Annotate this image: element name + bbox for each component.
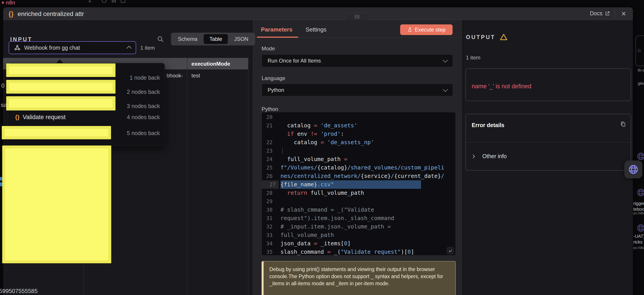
table-column-divider xyxy=(187,58,188,295)
circle-icon[interactable] xyxy=(102,0,106,3)
docs-link[interactable]: Docs xyxy=(590,10,610,17)
table-cell: test xyxy=(192,72,200,79)
gutter-line-number: 26 xyxy=(262,172,276,180)
chevron-up-icon xyxy=(126,46,132,51)
chevron-down-icon xyxy=(443,87,448,92)
code-line: catalog = 'de_assets_np' xyxy=(280,138,374,147)
code-line: # _input.item.json._volume_path = xyxy=(280,223,391,231)
search-icon[interactable] xyxy=(157,35,164,42)
gutter-line-number: 33 xyxy=(262,231,276,239)
editor-expand-button[interactable] xyxy=(447,247,454,254)
node-title[interactable]: enriched centralized attr xyxy=(18,10,84,17)
view-tab-schema[interactable]: Schema xyxy=(172,34,203,44)
menu-item-shortcut: 2 nodes back xyxy=(127,89,160,95)
table-header-executionMode[interactable]: executionMode xyxy=(192,61,230,67)
code-line: json_data = _items[0] xyxy=(280,239,351,248)
menu-item-shortcut: 4 nodes back xyxy=(127,114,160,120)
n8n-logo: n8n xyxy=(2,0,15,6)
frame-icon[interactable] xyxy=(121,0,125,3)
canvas-node-text-fragment: gleapi xyxy=(638,81,644,86)
execute-step-button[interactable]: Execute step xyxy=(400,24,452,35)
redaction-block xyxy=(6,80,116,94)
webhook-icon xyxy=(14,44,21,51)
globe-node-icon-dimmed xyxy=(636,152,644,162)
panel-separator[interactable] xyxy=(252,20,252,295)
gutter-line-number: 32 xyxy=(262,223,276,231)
tab-parameters[interactable]: Parameters xyxy=(261,26,292,33)
view-tab-table[interactable]: Table xyxy=(204,34,228,44)
code-line: request").item.json._slash_command xyxy=(280,214,394,223)
active-tab-underline xyxy=(257,37,298,38)
chevron-right-icon xyxy=(471,154,475,158)
code-line: f"/Volumes/{catalog}/shared_volumes/cust… xyxy=(280,163,444,172)
code-editor[interactable]: 2021 catalog = 'de_assets' if env != 'pr… xyxy=(262,112,456,256)
globe-node-button[interactable] xyxy=(624,161,642,178)
logo-text: n8n xyxy=(6,0,15,6)
code-line: full_volume_path = xyxy=(280,155,347,163)
close-icon[interactable]: × xyxy=(621,10,626,18)
table-column-divider xyxy=(248,58,248,295)
header-divider xyxy=(615,10,615,17)
external-link-icon xyxy=(605,11,610,16)
table-cell-fragment: 0 xyxy=(1,82,4,89)
expand-icon xyxy=(448,249,452,253)
node-connector-dot xyxy=(638,49,641,52)
globe-node-icon-dimmed xyxy=(636,224,644,233)
globe-node-icon-dimmed xyxy=(636,188,644,198)
output-label: OUTPUT xyxy=(466,34,496,40)
gutter-line-number: 35 xyxy=(262,248,276,256)
panel-separator[interactable] xyxy=(462,20,463,295)
docs-label: Docs xyxy=(590,10,602,17)
input-source-value: Webhook from gg chat xyxy=(24,44,124,51)
output-item-count: 1 item xyxy=(466,54,480,61)
mode-select[interactable]: Run Once for All Items xyxy=(262,54,453,67)
canvas-node-text-fragment: rigger o xyxy=(633,201,644,206)
redaction-block xyxy=(6,63,116,77)
redaction-block xyxy=(2,146,111,263)
canvas-node-text-fragment: -UAT] T xyxy=(633,234,644,239)
gutter-line-number: 23 xyxy=(262,147,276,155)
mode-value: Run Once for All Items xyxy=(268,58,444,64)
code-line: if env != 'prod': xyxy=(280,130,344,138)
layout-icon[interactable] xyxy=(112,0,116,3)
canvas-node-text-fragment: ps://dbc- xyxy=(633,211,644,215)
gutter-line-number xyxy=(262,130,276,138)
menu-item-4[interactable]: {}Validate request4 nodes back xyxy=(8,110,165,124)
menu-item-shortcut: 3 nodes back xyxy=(127,103,160,109)
language-label: Language xyxy=(262,75,285,81)
plus-icon[interactable]: + xyxy=(88,0,92,5)
canvas-node-text-fragment: ps://dbc- xyxy=(633,246,644,250)
language-select[interactable]: Python xyxy=(262,84,453,96)
view-tab-json[interactable]: JSON xyxy=(228,34,254,44)
gutter-line-number: 27 xyxy=(262,180,279,189)
code-node-icon: {} xyxy=(15,114,20,121)
code-line: {file_name}.csv" xyxy=(280,180,334,189)
table-cell: 599507555585 xyxy=(0,288,38,295)
input-item-count: 1 item xyxy=(140,45,155,51)
gutter-line-number: 28 xyxy=(262,189,276,197)
gutter-line-number: 22 xyxy=(262,138,276,147)
canvas-node-text-fragment: th-ds xyxy=(638,68,644,73)
mode-label: Mode xyxy=(262,45,275,52)
input-source-select[interactable]: Webhook from gg chat xyxy=(9,41,136,54)
other-info-label: Other info xyxy=(482,153,507,159)
logo-dot-icon xyxy=(2,1,4,4)
error-message: name '_' is not defined xyxy=(472,83,531,90)
redaction-block xyxy=(2,126,111,139)
code-line: return full_volume_path xyxy=(280,189,364,197)
language-value: Python xyxy=(268,87,444,93)
gutter-line-number: 21 xyxy=(262,121,276,130)
gutter-line-number: 29 xyxy=(262,197,276,206)
tab-settings[interactable]: Settings xyxy=(306,26,326,33)
menu-item-shortcut: 1 node back xyxy=(130,74,160,81)
canvas-node-text-fragment: ricks no xyxy=(633,240,644,245)
panel-drag-handle[interactable] xyxy=(345,13,369,20)
other-info-row[interactable]: Other info xyxy=(472,153,507,159)
redaction-block xyxy=(6,96,116,110)
gutter-line-number: 25 xyxy=(262,163,276,172)
card-divider xyxy=(466,142,631,142)
copy-icon[interactable] xyxy=(620,121,626,127)
code-line: # slash_cmmand = _("Validate xyxy=(280,206,374,214)
code-node-icon: {} xyxy=(8,10,14,18)
gutter-line-number: 24 xyxy=(262,155,276,163)
